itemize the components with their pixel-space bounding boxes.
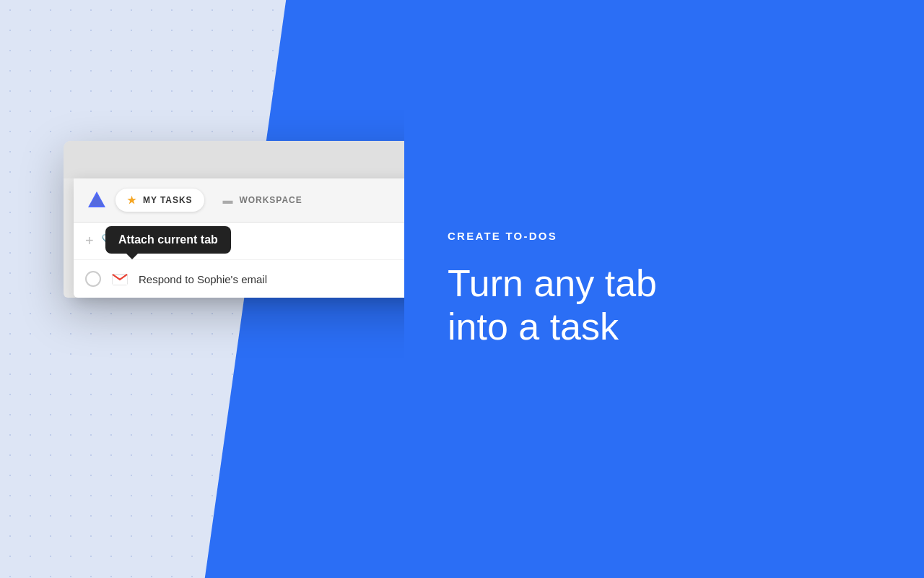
browser-mockup: ☆ 🧩 [64,141,404,298]
headline-line2: into a task [448,306,619,348]
svg-marker-2 [90,194,104,206]
right-panel: CREATE TO-DOS Turn any tab into a task [404,0,924,578]
gmail-icon [111,270,128,288]
task-text: Respond to Sophie's email [139,273,267,285]
tooltip-wrapper: Attach current tab [105,226,231,254]
asana-logo [85,189,108,212]
headline: Turn any tab into a task [448,262,866,349]
attach-tab-tooltip: Attach current tab [105,226,231,254]
tab-my-tasks[interactable]: ★ MY TASKS [116,189,204,212]
add-icon[interactable]: + [85,233,94,249]
task-checkbox[interactable] [85,271,101,287]
star-icon: ★ [127,194,137,206]
section-label: CREATE TO-DOS [448,230,866,242]
left-panel: ☆ 🧩 [0,0,404,578]
headline-line1: Turn any tab [448,262,657,304]
tooltip-text: Attach current tab [118,233,218,246]
tab-workspace[interactable]: ▬ WORKSPACE [212,189,314,212]
folder-icon: ▬ [223,194,234,206]
workspace-label: WORKSPACE [240,195,302,205]
my-tasks-label: MY TASKS [143,195,193,205]
popup-header: ★ MY TASKS ▬ WORKSPACE ⋮ [74,178,404,223]
extension-popup: ★ MY TASKS ▬ WORKSPACE ⋮ Attach current … [74,178,404,298]
task-item: Respond to Sophie's email [74,260,404,298]
browser-toolbar: ☆ 🧩 [64,141,404,178]
